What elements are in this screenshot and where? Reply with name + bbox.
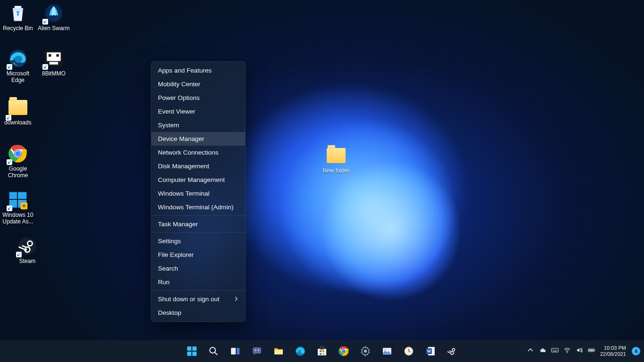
tray-overflow-button[interactable] <box>527 346 534 356</box>
touch-keyboard-icon[interactable] <box>551 346 559 356</box>
ctx-label: Search <box>158 265 178 272</box>
svg-rect-12 <box>9 192 17 199</box>
svg-rect-36 <box>322 350 324 352</box>
word-button[interactable]: W <box>421 342 440 361</box>
desktop-icon-label: Google Chrome <box>8 165 28 179</box>
settings-button[interactable] <box>356 342 375 361</box>
taskbar-clock[interactable]: 10:03 PM 22/08/2021 <box>600 345 627 357</box>
wifi-icon[interactable] <box>563 346 571 356</box>
desktop[interactable]: Recycle Bin Alien Swarm Microsoft Edge 8… <box>0 0 644 362</box>
clock-date: 22/08/2021 <box>600 351 626 357</box>
alien-swarm-icon <box>43 3 64 24</box>
edge-button[interactable] <box>291 342 310 361</box>
photos-button[interactable] <box>378 342 396 361</box>
steam-button[interactable] <box>443 342 462 361</box>
desktop-icon-edge[interactable]: Microsoft Edge <box>0 48 36 83</box>
chrome-icon <box>8 143 28 164</box>
taskview-button[interactable] <box>226 342 245 361</box>
shortcut-arrow-icon <box>42 64 48 70</box>
svg-point-29 <box>255 350 256 351</box>
ctx-label: Device Manager <box>158 135 204 142</box>
desktop-icon-steam[interactable]: Steam <box>9 236 45 264</box>
battery-icon[interactable] <box>588 346 595 356</box>
svg-rect-6 <box>57 54 59 57</box>
clock-time: 10:03 PM <box>604 345 626 351</box>
store-button[interactable] <box>313 342 331 361</box>
desktop-icon-label: Alien Swarm <box>38 25 69 32</box>
ctx-separator <box>151 232 245 233</box>
ctx-desktop[interactable]: Desktop <box>151 306 245 320</box>
ctx-label: Power Options <box>158 94 200 101</box>
svg-rect-38 <box>322 353 324 355</box>
ctx-label: Windows Terminal <box>158 190 209 197</box>
taskbar: W 10:03 PM 22/08/2021 4 <box>0 340 644 362</box>
ctx-file-explorer[interactable]: File Explorer <box>151 248 245 262</box>
desktop-icon-chrome[interactable]: Google Chrome <box>0 143 36 179</box>
ctx-label: Desktop <box>158 309 182 316</box>
ctx-label: Network Connections <box>158 149 218 156</box>
desktop-icon-alien-swarm[interactable]: Alien Swarm <box>36 3 72 32</box>
onedrive-icon[interactable] <box>539 346 546 356</box>
svg-rect-0 <box>15 6 22 8</box>
ctx-search[interactable]: Search <box>151 262 245 275</box>
windows-update-icon <box>8 189 28 210</box>
ctx-label: Mobility Center <box>158 81 200 88</box>
chat-button[interactable] <box>248 342 266 361</box>
ctx-shutdown-signout[interactable]: Shut down or sign out <box>151 292 245 306</box>
clock-app-button[interactable] <box>399 342 418 361</box>
svg-rect-60 <box>589 350 593 351</box>
svg-rect-5 <box>49 54 51 57</box>
desktop-icon-label: New folder <box>322 167 349 174</box>
notifications-badge[interactable]: 4 <box>632 347 640 355</box>
ctx-network-connections[interactable]: Network Connections <box>151 146 245 159</box>
ctx-disk-management[interactable]: Disk Management <box>151 159 245 173</box>
ctx-mobility-center[interactable]: Mobility Center <box>151 77 245 91</box>
desktop-icon-label: Windows 10 Update As... <box>2 212 33 225</box>
winx-context-menu: Apps and Features Mobility Center Power … <box>151 61 246 322</box>
svg-rect-26 <box>231 348 236 354</box>
desktop-icon-new-folder[interactable]: New folder <box>318 145 354 174</box>
ctx-power-options[interactable]: Power Options <box>151 91 245 105</box>
desktop-icon-8bitmmo[interactable]: 8BitMMO <box>36 48 72 77</box>
ctx-computer-management[interactable]: Computer Management <box>151 173 245 187</box>
svg-point-52 <box>553 349 553 350</box>
ctx-settings[interactable]: Settings <box>151 234 245 248</box>
svg-point-30 <box>258 350 259 351</box>
svg-rect-21 <box>187 346 191 351</box>
desktop-icon-downloads[interactable]: downloads <box>0 97 36 126</box>
svg-rect-13 <box>18 192 26 199</box>
ctx-windows-terminal[interactable]: Windows Terminal <box>151 187 245 200</box>
shortcut-arrow-icon <box>6 115 11 121</box>
desktop-icon-recycle-bin[interactable]: Recycle Bin <box>0 3 36 32</box>
ctx-device-manager[interactable]: Device Manager <box>151 132 245 146</box>
svg-rect-35 <box>320 350 322 352</box>
folder-icon <box>8 97 28 118</box>
ctx-apps-features[interactable]: Apps and Features <box>151 64 245 77</box>
desktop-icon-label: Microsoft Edge <box>7 70 30 83</box>
search-button[interactable] <box>204 342 223 361</box>
ctx-system[interactable]: System <box>151 118 245 132</box>
svg-point-50 <box>453 349 454 351</box>
ctx-windows-terminal-admin[interactable]: Windows Terminal (Admin) <box>151 200 245 214</box>
wallpaper-bloom <box>223 62 513 353</box>
svg-rect-7 <box>50 62 58 65</box>
ctx-separator <box>151 215 245 216</box>
tray-icons <box>527 346 595 356</box>
ctx-label: Task Manager <box>158 221 198 228</box>
system-tray: 10:03 PM 22/08/2021 4 <box>527 340 640 362</box>
ctx-run[interactable]: Run <box>151 275 245 289</box>
ctx-event-viewer[interactable]: Event Viewer <box>151 105 245 118</box>
ctx-task-manager[interactable]: Task Manager <box>151 217 245 231</box>
volume-icon[interactable] <box>576 346 583 356</box>
chrome-button[interactable] <box>334 342 353 361</box>
svg-rect-34 <box>320 347 324 349</box>
svg-rect-27 <box>237 348 239 354</box>
ctx-label: Apps and Features <box>158 67 212 74</box>
start-button[interactable] <box>182 342 201 361</box>
svg-rect-51 <box>552 348 558 352</box>
svg-rect-33 <box>318 349 326 355</box>
explorer-button[interactable] <box>269 342 288 361</box>
desktop-icon-win10-update[interactable]: Windows 10 Update As... <box>0 189 36 225</box>
notif-count: 4 <box>635 348 637 354</box>
ctx-label: Shut down or sign out <box>158 296 220 303</box>
